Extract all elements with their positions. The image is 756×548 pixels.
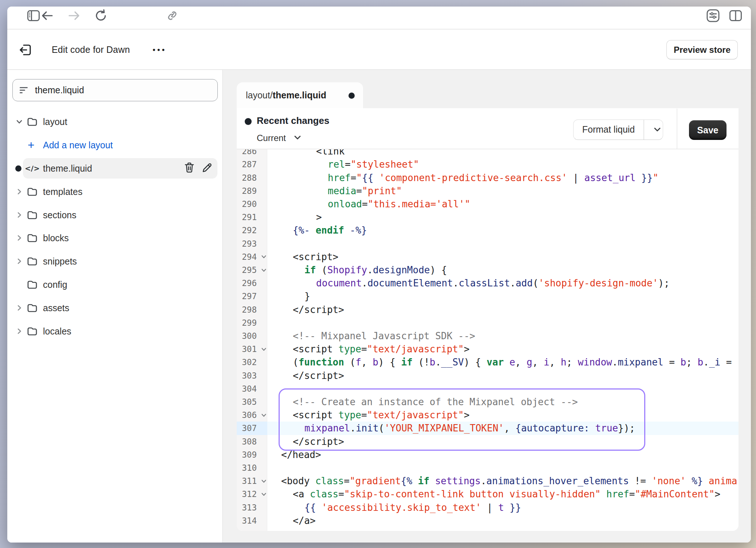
folder-icon	[27, 210, 37, 220]
code-line-314[interactable]: 314</a>	[237, 514, 739, 527]
line-number: 308	[237, 435, 257, 448]
more-actions-button[interactable]: •••	[153, 30, 166, 70]
line-number: 300	[237, 329, 257, 342]
sidebar-item-theme-liquid[interactable]: </>theme.liquid	[7, 158, 222, 179]
line-number: 292	[237, 224, 257, 237]
folder-icon	[27, 326, 37, 336]
sidebar-item-assets[interactable]: assets	[7, 298, 222, 318]
code-line-298[interactable]: 298</script>	[237, 303, 739, 316]
version-select[interactable]: Current	[257, 133, 286, 143]
code-line-301[interactable]: 301<script type="text/javascript">	[237, 342, 739, 356]
sidebar-item-templates[interactable]: templates	[7, 181, 222, 202]
line-number: 293	[237, 237, 257, 250]
sidebar-item-sections[interactable]: sections	[7, 205, 222, 225]
sidebar-item-snippets[interactable]: snippets	[7, 251, 222, 271]
line-number: 287	[237, 158, 257, 171]
code-line-299[interactable]: 299	[237, 316, 739, 329]
format-liquid-button[interactable]: Format liquid	[573, 120, 663, 140]
back-button[interactable]	[41, 9, 54, 22]
fold-chevron-icon[interactable]	[259, 411, 268, 419]
chevron-right-icon[interactable]	[15, 327, 24, 336]
sidebar-toggle-icon[interactable]	[27, 9, 40, 22]
code-line-313[interactable]: 313{{ 'accessibility.skip_to_text' | t }…	[237, 501, 739, 514]
folder-icon	[27, 187, 37, 196]
split-view-icon[interactable]	[729, 9, 742, 22]
code-line-290[interactable]: 290onload="this.media='all'"	[237, 197, 739, 211]
chevron-right-icon[interactable]	[15, 234, 24, 242]
code-line-310[interactable]: 310	[237, 461, 739, 474]
code-line-300[interactable]: 300<!-- Mixpanel Javascript SDK -->	[237, 329, 739, 342]
code-line-291[interactable]: 291>	[237, 211, 739, 224]
item-label: sections	[43, 205, 76, 225]
tab-unsaved-dot	[349, 93, 355, 99]
code-line-311[interactable]: 311<body class="gradient{% if settings.a…	[237, 474, 739, 488]
chevron-right-icon[interactable]	[15, 304, 24, 312]
line-number: 301	[237, 342, 257, 356]
sidebar-item-config[interactable]: config	[7, 274, 222, 295]
chevron-right-icon[interactable]	[15, 257, 24, 266]
format-liquid-label: Format liquid	[574, 120, 643, 139]
plus-icon: +	[28, 135, 35, 155]
code-line-303[interactable]: 303</script>	[237, 369, 739, 382]
code-line-293[interactable]: 293	[237, 237, 739, 250]
fold-chevron-icon[interactable]	[259, 266, 268, 274]
code-line-294[interactable]: 294<script>	[237, 250, 739, 263]
fold-chevron-icon[interactable]	[259, 477, 268, 485]
tab-theme-liquid[interactable]: layout/theme.liquid	[237, 82, 363, 108]
folder-icon	[27, 233, 37, 243]
line-number: 291	[237, 211, 257, 224]
preview-store-button[interactable]: Preview store	[666, 40, 738, 59]
line-number: 297	[237, 290, 257, 303]
code-line-296[interactable]: 296document.documentElement.classList.ad…	[237, 277, 739, 290]
item-label: layout	[43, 111, 67, 132]
sidebar-item-blocks[interactable]: blocks	[7, 228, 222, 248]
add-new-layout-link[interactable]: +Add a new layout	[7, 135, 222, 155]
sidebar-item-locales[interactable]: locales	[7, 321, 222, 341]
version-chevron-icon	[293, 134, 302, 141]
line-number: 303	[237, 369, 257, 382]
file-sidebar: theme.liquid layout+Add a new layout</>t…	[7, 70, 223, 543]
chevron-right-icon[interactable]	[15, 187, 24, 196]
fold-chevron-icon[interactable]	[259, 345, 268, 353]
item-label: theme.liquid	[43, 158, 92, 179]
code-line-289[interactable]: 289media="print"	[237, 184, 739, 197]
item-label: blocks	[43, 228, 69, 248]
folder-icon	[27, 303, 37, 313]
editor-header: Recent changes Current Format liquid	[237, 108, 739, 149]
exit-icon[interactable]	[18, 43, 33, 57]
line-number: 304	[237, 382, 257, 395]
rename-file-icon[interactable]	[202, 162, 213, 175]
format-dropdown-chevron[interactable]	[648, 120, 666, 139]
fold-chevron-icon[interactable]	[259, 490, 268, 498]
code-line-312[interactable]: 312<a class="skip-to-content-link button…	[237, 488, 739, 501]
code-line-297[interactable]: 297}	[237, 290, 739, 303]
chevron-down-icon[interactable]	[15, 117, 24, 126]
code-line-302[interactable]: 302(function (f, b) { if (!b.__SV) { var…	[237, 356, 739, 369]
recent-changes-title: Recent changes	[257, 115, 329, 126]
folder-icon	[27, 117, 37, 126]
recent-changes-dot	[245, 118, 252, 125]
code-editor[interactable]: 286<link287rel="stylesheet"288href="{{ '…	[237, 149, 739, 531]
item-label: Add a new layout	[43, 135, 113, 155]
code-line-292[interactable]: 292{%- endif -%}	[237, 224, 739, 237]
line-number: 290	[237, 197, 257, 211]
forward-button[interactable]	[67, 9, 80, 22]
save-button[interactable]: Save	[689, 120, 727, 140]
code-line-287[interactable]: 287rel="stylesheet"	[237, 158, 739, 171]
line-number: 306	[237, 408, 257, 422]
folder-icon	[27, 257, 37, 266]
file-tree: layout+Add a new layout</>theme.liquidte…	[7, 70, 222, 543]
line-number: 298	[237, 303, 257, 316]
code-line-288[interactable]: 288href="{{ 'component-predictive-search…	[237, 171, 739, 184]
code-line-286[interactable]: 286<link	[237, 149, 739, 158]
browser-settings-icon[interactable]	[706, 9, 720, 22]
sidebar-item-layout[interactable]: layout	[7, 111, 222, 132]
chevron-right-icon[interactable]	[15, 211, 24, 219]
fold-chevron-icon[interactable]	[259, 253, 268, 261]
line-number: 299	[237, 316, 257, 329]
line-number: 310	[237, 461, 257, 474]
reload-button[interactable]	[94, 9, 107, 22]
code-line-295[interactable]: 295if (Shopify.designMode) {	[237, 263, 739, 277]
delete-file-icon[interactable]	[184, 162, 194, 175]
browser-toolbar	[7, 7, 751, 30]
